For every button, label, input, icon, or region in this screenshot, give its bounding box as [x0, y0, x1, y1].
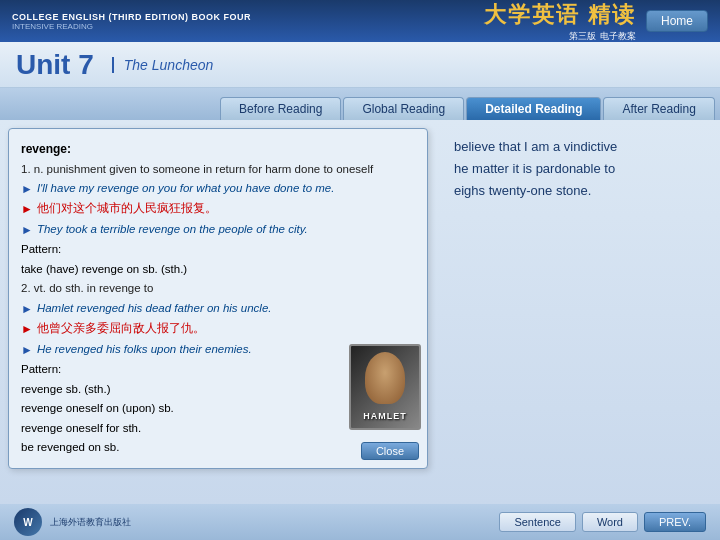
example2: ► They took a terrible revenge on the pe… — [21, 220, 415, 240]
close-button[interactable]: Close — [361, 442, 419, 460]
popup-word: revenge: — [21, 142, 71, 156]
definition-popup: revenge: 1. n. punishment given to someo… — [8, 128, 428, 469]
example1: ► I'll have my revenge on you for what y… — [21, 179, 415, 199]
example1-cn-icon: ► — [21, 199, 33, 219]
bg-line-1: believe that I am a vindictive — [454, 136, 696, 158]
header-logo: 大学英语 精读 — [484, 0, 636, 30]
tab-bar: Before Reading Global Reading Detailed R… — [0, 88, 720, 120]
sentence-button[interactable]: Sentence — [499, 512, 575, 532]
def2-num: 2. vt. — [21, 282, 46, 294]
pattern1: take (have) revenge on sb. (sth.) — [21, 260, 415, 280]
tab-detailed-reading[interactable]: Detailed Reading — [466, 97, 601, 120]
publisher-logo: W — [14, 508, 42, 536]
tab-after-reading[interactable]: After Reading — [603, 97, 714, 120]
header-logo-sub: 第三版 电子教案 — [569, 30, 636, 43]
background-text: believe that I am a vindictive he matter… — [444, 130, 706, 208]
example1-cn: ► 他们对这个城市的人民疯狂报复。 — [21, 199, 415, 219]
bottom-buttons: Sentence Word PREV. — [499, 512, 706, 532]
hamlet-image: HAMLET — [349, 344, 421, 430]
bg-line-2: he matter it is pardonable to — [454, 158, 696, 180]
header-subtitle: INTENSIVE READING — [12, 22, 251, 31]
tab-before-reading[interactable]: Before Reading — [220, 97, 341, 120]
pattern2-4: be revenged on sb. — [21, 438, 415, 458]
tab-global-reading[interactable]: Global Reading — [343, 97, 464, 120]
unit-bar: Unit 7 The Luncheon — [0, 42, 720, 88]
prev-button[interactable]: PREV. — [644, 512, 706, 532]
example2-icon: ► — [21, 220, 33, 240]
def1-text: punishment given to someone in return fo… — [47, 163, 333, 175]
header-left: COLLEGE ENGLISH (THIRD EDITION) BOOK FOU… — [12, 12, 251, 31]
example3: ► Hamlet revenged his dead father on his… — [21, 299, 415, 319]
example1-icon: ► — [21, 179, 33, 199]
def1-num: 1. n. — [21, 163, 43, 175]
header: COLLEGE ENGLISH (THIRD EDITION) BOOK FOU… — [0, 0, 720, 42]
example4-icon: ► — [21, 340, 33, 360]
hamlet-label: HAMLET — [363, 409, 407, 428]
word-button[interactable]: Word — [582, 512, 638, 532]
example3-cn: ► 他曾父亲多委屈向敌人报了仇。 — [21, 319, 415, 339]
example3-icon: ► — [21, 299, 33, 319]
home-button[interactable]: Home — [646, 10, 708, 32]
unit-name: The Luncheon — [112, 57, 214, 73]
bg-line-3: eighs twenty-one stone. — [454, 180, 696, 202]
unit-number: Unit 7 — [16, 49, 94, 81]
def2: 2. vt. do sth. in revenge to — [21, 279, 415, 299]
header-right: 大学英语 精读 第三版 电子教案 Home — [484, 0, 708, 43]
bottom-left: W 上海外语教育出版社 — [14, 508, 131, 536]
pattern1-title: Pattern: — [21, 240, 415, 260]
def1-text2: oneself — [336, 163, 373, 175]
bottom-bar: W 上海外语教育出版社 Sentence Word PREV. — [0, 504, 720, 540]
example3-cn-icon: ► — [21, 319, 33, 339]
def2-text: do sth. in revenge to — [49, 282, 153, 294]
header-title: COLLEGE ENGLISH (THIRD EDITION) BOOK FOU… — [12, 12, 251, 22]
main-content: believe that I am a vindictive he matter… — [0, 120, 720, 504]
hamlet-face — [365, 352, 405, 404]
publisher-name: 上海外语教育出版社 — [50, 516, 131, 529]
